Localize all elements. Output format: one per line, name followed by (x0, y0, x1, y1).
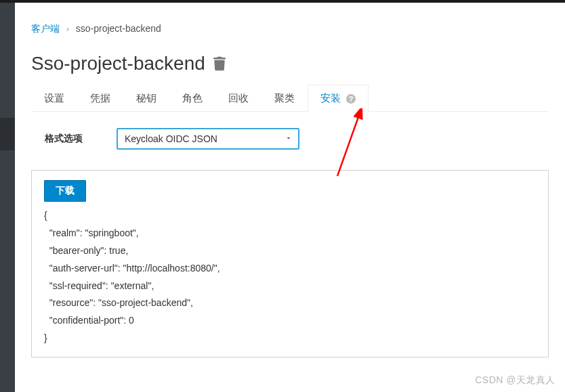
tabs: 设置 凭据 秘钥 角色 回收 聚类 安装 ? (31, 84, 549, 112)
breadcrumb-sep: › (66, 24, 69, 34)
format-select-wrap: Keycloak OIDC JSON (117, 128, 299, 150)
code-block: { "realm": "springboot", "bearer-only": … (44, 207, 536, 347)
breadcrumb: 客户端 › sso-project-backend (31, 23, 549, 35)
tab-settings[interactable]: 设置 (31, 85, 77, 112)
help-icon[interactable]: ? (346, 94, 356, 104)
download-button[interactable]: 下载 (44, 180, 86, 202)
tab-clustering[interactable]: 聚类 (261, 85, 308, 112)
tab-credentials[interactable]: 凭据 (77, 85, 123, 112)
page-title-text: Sso-project-backend (31, 53, 205, 74)
delete-icon[interactable] (213, 56, 226, 71)
tab-installation[interactable]: 安装 ? (308, 85, 369, 112)
watermark: CSDN @天龙真人 (475, 374, 556, 387)
page-title: Sso-project-backend (31, 53, 549, 74)
breadcrumb-root-link[interactable]: 客户端 (31, 23, 60, 34)
format-row: 格式选项 Keycloak OIDC JSON (31, 128, 549, 150)
format-label: 格式选项 (45, 133, 83, 145)
tab-keys[interactable]: 秘钥 (123, 85, 169, 112)
tab-roles[interactable]: 角色 (169, 85, 215, 112)
tab-installation-label: 安装 (320, 92, 341, 104)
tab-revocation[interactable]: 回收 (215, 85, 261, 112)
installation-output: 下载 { "realm": "springboot", "bearer-only… (31, 170, 549, 357)
format-select[interactable]: Keycloak OIDC JSON (117, 128, 299, 150)
sidebar-stripe (0, 3, 15, 392)
breadcrumb-current: sso-project-backend (76, 23, 161, 34)
